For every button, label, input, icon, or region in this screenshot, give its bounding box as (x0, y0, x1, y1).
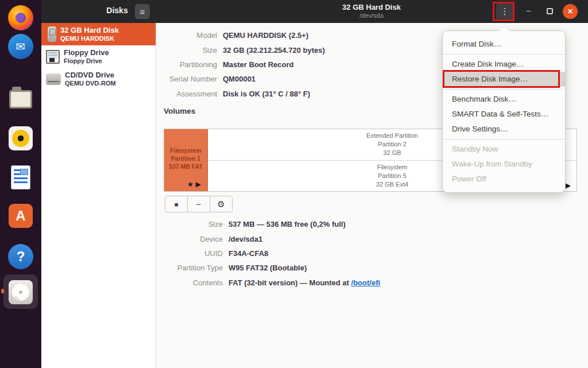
envelope-icon: ✉ (8, 34, 33, 59)
volume-info-grid: Size 537 MB — 536 MB free (0,2% full) De… (156, 217, 581, 290)
annotation-box-restore (443, 70, 560, 88)
thunderbird-icon[interactable]: ✉ (7, 33, 34, 60)
volume-size-value: 537 MB — 536 MB free (0,2% full) (229, 220, 581, 228)
contents-text: FAT (32-bit version) — Mounted at (229, 278, 351, 287)
floppy-icon (46, 50, 60, 64)
document-icon (11, 165, 30, 189)
play-icon: ▶ (566, 181, 573, 189)
hard-disk-icon (9, 280, 33, 304)
sidebar-item-hard-disk[interactable]: 32 GB Hard Disk QEMU HARDDISK (41, 23, 156, 45)
device-subtitle: Floppy Drive (64, 57, 109, 65)
device-title: 32 GB Hard Disk (60, 26, 119, 35)
firefox-icon[interactable] (7, 5, 34, 31)
running-indicator-dot (1, 289, 4, 293)
info-label: Serial Number (156, 75, 217, 83)
hamburger-icon: ≡ (140, 7, 145, 17)
menu-item-smart-data[interactable]: SMART Data & Self-Tests… (443, 107, 565, 122)
ubuntu-software-icon[interactable]: A (7, 203, 34, 229)
restore-button[interactable] (547, 8, 553, 14)
device-title: Floppy Drive (64, 49, 109, 57)
info-label: Model (156, 31, 217, 40)
rhythmbox-icon[interactable] (7, 125, 34, 152)
delete-partition-button[interactable]: − (187, 196, 210, 212)
star-icon: ★ (187, 180, 196, 188)
info-label: Size (156, 220, 223, 228)
usb-drive-icon (48, 26, 56, 42)
device-path-value: /dev/sda1 (229, 235, 581, 243)
annotation-box-kebab (493, 2, 514, 21)
extended-partition-label: Extended Partition Partition 2 32 GB (366, 131, 418, 157)
folder-icon (9, 90, 32, 109)
contents-value: FAT (32-bit version) — Mounted at /boot/… (229, 278, 581, 287)
menu-separator (443, 89, 565, 90)
partition-1-label: Filesystem Partition 1 537 MB FAT (169, 146, 203, 171)
optical-drive-icon (46, 73, 61, 85)
info-label: Contents (156, 278, 223, 287)
speaker-icon (12, 130, 29, 147)
help-icon[interactable]: ? (7, 243, 34, 270)
menu-item-power-off: Power Off (443, 172, 565, 187)
info-label: Device (156, 235, 223, 243)
minus-icon: − (196, 199, 202, 209)
close-icon: ✕ (567, 7, 573, 16)
drive-options-menu: Format Disk… Create Disk Image… Restore … (442, 30, 566, 193)
menu-item-standby-now: Standby Now (443, 142, 565, 157)
info-label: Partitioning (156, 60, 217, 69)
sidebar-item-cd-dvd[interactable]: CD/DVD Drive QEMU DVD-ROM (41, 68, 156, 90)
menu-item-drive-settings[interactable]: Drive Settings… (443, 122, 565, 137)
mount-point-link[interactable]: /boot/efi (351, 278, 381, 287)
info-label: Assessment (156, 90, 217, 98)
volumes-section-title: Volumes (164, 107, 195, 115)
info-label: Partition Type (156, 264, 223, 272)
menu-item-benchmark-disk[interactable]: Benchmark Disk… (443, 92, 565, 107)
uuid-value: F34A-CFA8 (229, 249, 581, 258)
menu-item-wake-up: Wake-Up from Standby (443, 157, 565, 172)
minimize-button[interactable]: − (520, 2, 536, 20)
play-icon: ▶ (196, 180, 203, 188)
sidebar-item-floppy[interactable]: Floppy Drive Floppy Drive (41, 45, 156, 68)
firefox-swirl (16, 13, 26, 23)
speaker-frame (9, 126, 33, 150)
question-icon: ? (8, 244, 33, 269)
menu-separator (443, 139, 565, 140)
hamburger-menu-button[interactable]: ≡ (135, 4, 150, 19)
device-sidebar: 32 GB Hard Disk QEMU HARDDISK Floppy Dri… (41, 23, 156, 368)
disk-platter-icon (12, 284, 29, 301)
device-subtitle: QEMU HARDDISK (60, 35, 119, 42)
partition-1-flags: ★▶ (187, 180, 203, 188)
device-title: CD/DVD Drive (65, 71, 116, 80)
volume-toolbar: ■ − ⚙ (165, 196, 233, 212)
ubuntu-dock: ✉ A ? (0, 0, 41, 368)
disks-app-icon[interactable] (7, 279, 34, 305)
close-button[interactable]: ✕ (563, 4, 578, 19)
unmount-button[interactable]: ■ (165, 196, 188, 212)
files-icon[interactable] (7, 86, 34, 113)
info-label: UUID (156, 249, 223, 258)
menu-separator (443, 54, 565, 55)
partition-type-value: W95 FAT32 (Bootable) (229, 264, 581, 272)
info-label: Size (156, 46, 217, 55)
menu-item-format-disk[interactable]: Format Disk… (443, 37, 565, 52)
software-letter: A (9, 204, 33, 228)
partition-options-button[interactable]: ⚙ (210, 196, 233, 212)
minimize-icon: − (526, 6, 531, 16)
libreoffice-writer-icon[interactable] (7, 164, 34, 191)
gear-icon: ⚙ (217, 199, 225, 210)
device-subtitle: QEMU DVD-ROM (65, 80, 116, 87)
stop-icon: ■ (175, 201, 179, 208)
partition-1-block[interactable]: Filesystem Partition 1 537 MB FAT ★▶ (164, 129, 208, 191)
partition-5-label: Filesystem Partition 5 32 GB Ext4 (376, 163, 408, 189)
